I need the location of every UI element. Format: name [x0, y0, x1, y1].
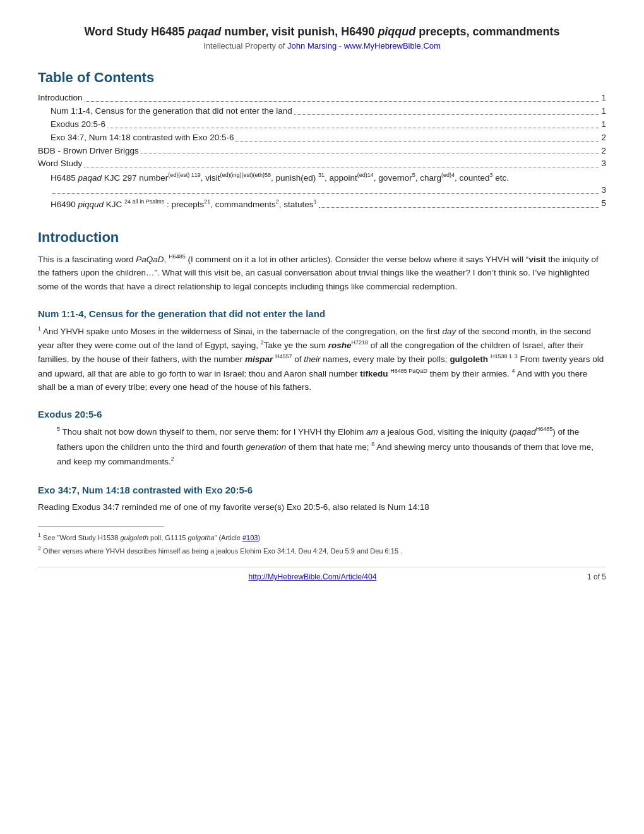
- num-para: 1 And YHVH spake unto Moses in the wilde…: [38, 324, 606, 394]
- num-gulgoleth: gulgoleth: [450, 354, 488, 364]
- exodus-text1: Thou shalt not bow down thyself to them,…: [60, 427, 366, 437]
- toc-page: 1: [601, 106, 606, 118]
- toc-heading: Table of Contents: [38, 70, 606, 86]
- toc-entry: H6490 piqqud KJC 24 all in Psalms : prec…: [38, 198, 606, 210]
- introduction-para: This is a fascinating word PaQaD, H6485 …: [38, 252, 606, 293]
- exodus-text4: of them that hate me;: [286, 442, 371, 451]
- toc-entry: H6485 paqad KJC 297 number(ed)(est) 119,…: [38, 171, 606, 196]
- toc-page: 1: [601, 119, 606, 131]
- exodus-section: Exodus 20:5-6 5 Thou shalt not bow down …: [38, 409, 606, 469]
- num-text9: them by their armies.: [427, 368, 512, 378]
- num-tifkedu: tifkedu: [360, 368, 388, 378]
- num-roshe: roshe: [328, 341, 352, 350]
- exodus-sup-2: 2: [171, 456, 174, 462]
- introduction-heading: Introduction: [38, 229, 606, 246]
- author-link[interactable]: John Marsing: [287, 41, 337, 51]
- page-footer: http://MyHebrewBible.Com/Article/404 1 o…: [38, 567, 606, 581]
- exodus-generation: generation: [246, 442, 286, 451]
- gulgoleth-sup: H1538 1: [491, 353, 512, 360]
- num-section: Num 1:1-4, Census for the generation tha…: [38, 308, 606, 394]
- roshe-sup: H7218: [352, 339, 369, 346]
- toc-container: Table of Contents Introduction 1 Num 1:1…: [38, 70, 606, 210]
- page-header: Word Study H6485 paqad number, visit pun…: [38, 25, 606, 51]
- title-word1: paqad: [188, 25, 221, 38]
- toc-dots: [107, 116, 599, 128]
- separator: -: [337, 41, 344, 51]
- paqad-sup: H6485: [536, 426, 553, 432]
- toc-dots: [84, 155, 599, 167]
- toc-label: Introduction: [38, 92, 83, 104]
- toc-dots: [141, 143, 600, 155]
- exodus-text2: a jealous God, visiting the iniquity (: [378, 427, 512, 437]
- exo-heading: Exo 34:7, Num 14:18 contrasted with Exo …: [38, 485, 606, 495]
- toc-label: Exodus 20:5-6: [51, 119, 105, 131]
- footer-url-link[interactable]: http://MyHebrewBible.Com/Article/404: [249, 572, 377, 581]
- num-text6: names, every male by their polls;: [321, 354, 450, 364]
- num-mispar: mispar: [245, 354, 273, 364]
- toc-dots: [85, 90, 600, 102]
- exodus-am: am: [366, 427, 378, 437]
- toc-label: H6485 paqad KJC 297 number(ed)(est) 119,…: [51, 171, 606, 184]
- exodus-heading: Exodus 20:5-6: [38, 409, 606, 420]
- intro-text-rest: (I comment on it a lot in other articles…: [186, 255, 529, 264]
- num-day: day: [442, 327, 456, 336]
- toc-dots: [319, 195, 600, 208]
- intro-sup: H6485: [169, 253, 186, 260]
- exo-para: Reading Exodus 34:7 reminded me of one o…: [38, 500, 606, 514]
- toc-dots: [294, 103, 600, 115]
- toc-label: H6490 piqqud KJC 24 all in Psalms : prec…: [51, 198, 317, 210]
- exo-section: Exo 34:7, Num 14:18 contrasted with Exo …: [38, 485, 606, 514]
- num-text3: Take ye the sum: [264, 341, 328, 350]
- exodus-para: 5 Thou shalt not bow down thyself to the…: [57, 425, 606, 469]
- intro-text1: This is a fascinating word: [38, 255, 136, 264]
- toc-page: 1: [601, 92, 606, 104]
- page-number: 1 of 5: [587, 572, 606, 581]
- exodus-paqad: paqad: [512, 427, 536, 437]
- subtitle-text: Intellectual Property of: [203, 41, 287, 51]
- footnote-line: [38, 526, 164, 527]
- toc-label: Word Study: [38, 158, 82, 170]
- tifkedu-sup: H6485 PaQaD: [390, 368, 427, 374]
- footnote-2: 2 Other verses where YHVH describes hims…: [38, 545, 606, 555]
- toc-entry: Word Study 3: [38, 158, 606, 170]
- page-title: Word Study H6485 paqad number, visit pun…: [38, 25, 606, 39]
- title-middle: number, visit punish, H6490: [221, 25, 378, 38]
- intro-word: PaQaD: [136, 255, 164, 264]
- toc-dots: [52, 193, 599, 194]
- title-suffix: precepts, commandments: [415, 25, 559, 38]
- page-subtitle: Intellectual Property of John Marsing - …: [38, 41, 606, 51]
- toc-dots: [236, 130, 599, 142]
- introduction-section: Introduction This is a fascinating word …: [38, 229, 606, 293]
- intro-bold-visit: visit: [528, 255, 546, 264]
- num-text5: of: [292, 354, 304, 364]
- title-word2: piqqud: [378, 25, 415, 38]
- toc-page: 2: [601, 132, 606, 144]
- footnote-1-link[interactable]: #103: [242, 534, 258, 541]
- sup-1: 1: [38, 325, 41, 332]
- mispar-sup: H4557: [275, 353, 292, 360]
- num-heading: Num 1:1-4, Census for the generation tha…: [38, 308, 606, 319]
- footnote-1: 1 See "Word Study H1538 gulgoleth poll, …: [38, 532, 606, 541]
- toc-page: 3: [601, 184, 606, 196]
- num-text1: And YHVH spake unto Moses in the wildern…: [43, 327, 442, 336]
- num-their: their: [304, 354, 320, 364]
- toc-page: 2: [601, 145, 606, 157]
- title-prefix: Word Study H6485: [85, 25, 188, 38]
- website-link[interactable]: www.MyHebrewBible.Com: [344, 41, 441, 51]
- toc-page: 3: [601, 158, 606, 170]
- toc-page: 5: [601, 198, 606, 210]
